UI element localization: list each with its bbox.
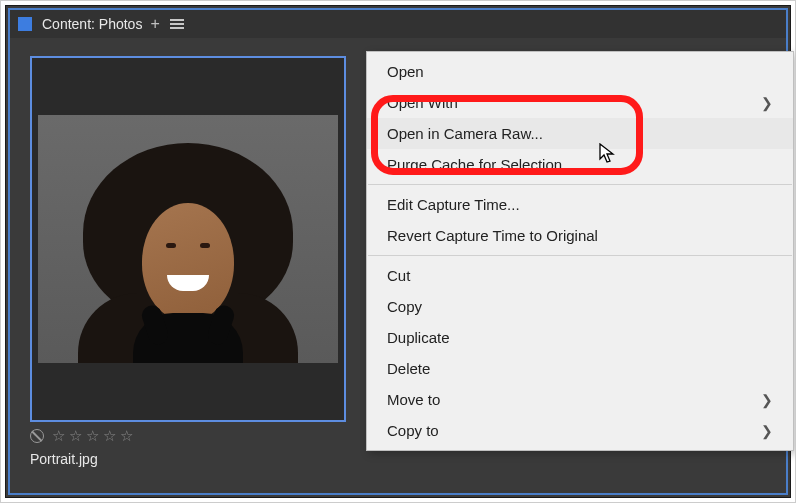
menu-duplicate[interactable]: Duplicate	[367, 322, 793, 353]
menu-item-label: Revert Capture Time to Original	[387, 227, 598, 244]
panel-titlebar: Content: Photos +	[10, 10, 786, 38]
menu-separator	[368, 255, 792, 256]
reject-icon[interactable]	[30, 429, 44, 443]
chevron-right-icon: ❯	[761, 392, 773, 408]
menu-purge-cache[interactable]: Purge Cache for Selection	[367, 149, 793, 180]
menu-delete[interactable]: Delete	[367, 353, 793, 384]
star-icon[interactable]: ☆	[69, 428, 82, 443]
panel-title: Content: Photos	[42, 16, 142, 32]
star-icon[interactable]: ☆	[120, 428, 133, 443]
menu-copy[interactable]: Copy	[367, 291, 793, 322]
add-tab-button[interactable]: +	[150, 15, 159, 33]
star-icon[interactable]: ☆	[103, 428, 116, 443]
menu-open[interactable]: Open	[367, 56, 793, 87]
menu-item-label: Delete	[387, 360, 430, 377]
menu-item-label: Open	[387, 63, 424, 80]
star-icon[interactable]: ☆	[86, 428, 99, 443]
menu-edit-capture-time[interactable]: Edit Capture Time...	[367, 189, 793, 220]
menu-copy-to[interactable]: Copy to ❯	[367, 415, 793, 446]
thumbnail-selected[interactable]	[30, 56, 346, 422]
menu-move-to[interactable]: Move to ❯	[367, 384, 793, 415]
menu-open-camera-raw[interactable]: Open in Camera Raw...	[367, 118, 793, 149]
menu-open-with[interactable]: Open With ❯	[367, 87, 793, 118]
context-menu: Open Open With ❯ Open in Camera Raw... P…	[366, 51, 794, 451]
menu-item-label: Duplicate	[387, 329, 450, 346]
menu-item-label: Copy to	[387, 422, 439, 439]
chevron-right-icon: ❯	[761, 95, 773, 111]
panel-color-swatch	[18, 17, 32, 31]
menu-item-label: Edit Capture Time...	[387, 196, 520, 213]
menu-item-label: Purge Cache for Selection	[387, 156, 562, 173]
menu-item-label: Open With	[387, 94, 458, 111]
thumbnail-image	[38, 115, 338, 363]
panel-menu-icon[interactable]	[170, 19, 184, 29]
chevron-right-icon: ❯	[761, 423, 773, 439]
menu-separator	[368, 184, 792, 185]
menu-revert-capture-time[interactable]: Revert Capture Time to Original	[367, 220, 793, 251]
star-icon[interactable]: ☆	[52, 428, 65, 443]
menu-item-label: Move to	[387, 391, 440, 408]
menu-cut[interactable]: Cut	[367, 260, 793, 291]
thumbnail-filename: Portrait.jpg	[30, 451, 766, 467]
menu-item-label: Copy	[387, 298, 422, 315]
menu-item-label: Cut	[387, 267, 410, 284]
menu-item-label: Open in Camera Raw...	[387, 125, 543, 142]
